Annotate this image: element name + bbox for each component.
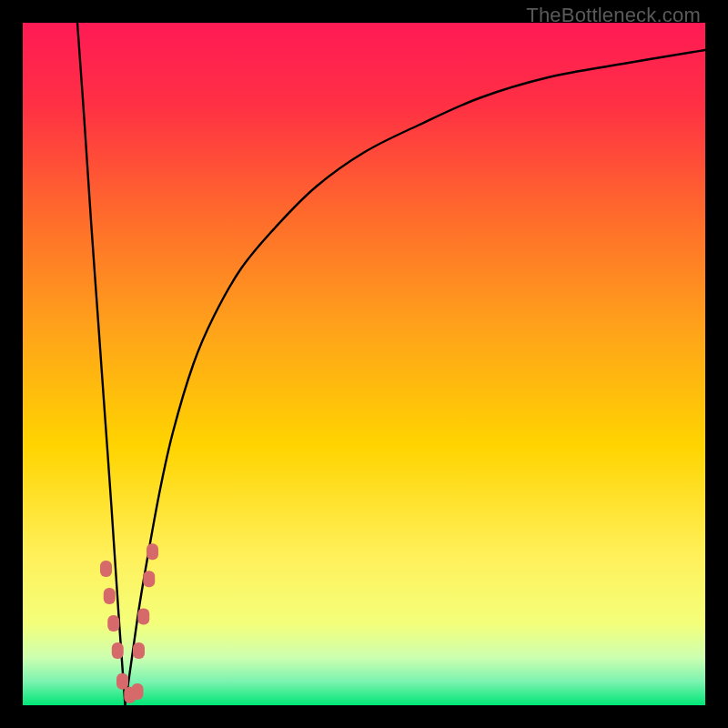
data-marker [132,683,144,700]
data-marker [143,571,155,587]
data-marker [107,615,119,632]
data-marker [112,642,124,659]
data-marker [147,543,158,560]
data-marker [137,609,149,625]
curve-layer [23,23,705,705]
curve-right-branch [126,50,706,705]
data-marker [104,588,116,604]
curve-left-branch [77,23,126,705]
data-marker [133,642,145,659]
plot-area [23,23,705,705]
chart-frame: TheBottleneck.com [0,0,728,728]
data-marker [100,561,112,577]
data-marker [116,673,128,690]
